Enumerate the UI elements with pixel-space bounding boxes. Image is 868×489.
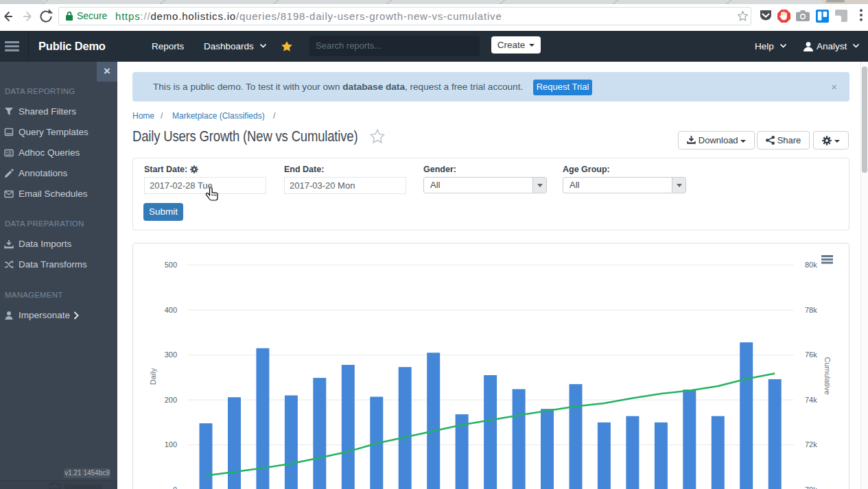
svg-text:400: 400 <box>165 306 177 314</box>
svg-text:100: 100 <box>165 440 177 449</box>
svg-text:80k: 80k <box>805 261 817 269</box>
svg-text:76k: 76k <box>805 350 817 359</box>
svg-text:300: 300 <box>165 350 177 359</box>
svg-text:200: 200 <box>165 396 177 404</box>
svg-text:500: 500 <box>165 261 177 269</box>
svg-text:78k: 78k <box>805 306 817 314</box>
svg-text:72k: 72k <box>805 440 817 449</box>
svg-text:70k: 70k <box>805 486 817 489</box>
svg-text:Cumulative: Cumulative <box>823 357 832 394</box>
svg-text:Daily: Daily <box>149 368 157 385</box>
svg-text:74k: 74k <box>805 396 817 404</box>
svg-text:0: 0 <box>173 486 177 489</box>
